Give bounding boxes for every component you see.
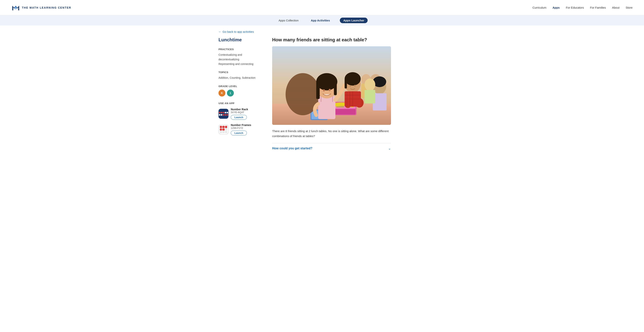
nr-dot [221, 114, 222, 116]
nr-dot [226, 112, 228, 113]
nr-row-1 [219, 112, 228, 113]
nr-dot [225, 114, 226, 116]
svg-rect-45 [364, 90, 375, 103]
svg-rect-11 [334, 109, 356, 114]
activity-title: Lunchtime [218, 37, 261, 42]
app-code-number-frames: 1Z89-F27Z [231, 127, 251, 129]
app-name-number-frames: Number Frames [231, 123, 251, 127]
main-layout: Lunchtime PRACTICES Contextualizing and … [218, 37, 426, 165]
nav-curriculum[interactable]: Curriculum [532, 6, 546, 9]
back-arrow: ← [218, 30, 222, 33]
content-area: ← Go back to app activities Lunchtime PR… [207, 30, 437, 165]
main-nav: Curriculum Apps For Educators For Famili… [532, 6, 632, 9]
nf-cell-empty [225, 131, 227, 133]
header: The MATH LEARNING CENTER Curriculum Apps… [0, 0, 644, 15]
activity-image [272, 46, 391, 125]
nf-cell-empty [220, 131, 222, 133]
number-frames-icon [218, 124, 228, 134]
sub-nav-apps-launcher[interactable]: Apps Launcher [340, 18, 368, 23]
nr-dot [219, 114, 220, 116]
svg-rect-26 [334, 82, 337, 95]
launch-btn-number-frames[interactable]: Launch [231, 131, 247, 135]
question-title: How many friends are sitting at each tab… [272, 37, 426, 42]
sub-nav-apps-collection[interactable]: Apps Collection [276, 18, 301, 23]
description-text: There are 8 friends sitting at 2 lunch t… [272, 129, 391, 138]
back-link-label: Go back to app activities [222, 30, 254, 33]
sub-nav: Apps Collection App Activities Apps Laun… [0, 15, 644, 25]
nf-cell [220, 126, 222, 128]
nav-for-families[interactable]: For Families [590, 6, 606, 9]
svg-point-44 [364, 78, 375, 91]
nav-for-educators[interactable]: For Educators [566, 6, 584, 9]
sub-nav-app-activities[interactable]: App Activities [308, 18, 332, 23]
svg-point-27 [317, 80, 329, 87]
app-code-number-rack: 3VYE-6QAT [231, 111, 248, 114]
topics-label: TOPICS [218, 71, 261, 74]
nav-apps[interactable]: Apps [552, 6, 560, 9]
nf-cell [222, 126, 224, 128]
nr-dot [225, 112, 226, 113]
accordion-label: How could you get started? [272, 147, 312, 150]
nf-cell [222, 128, 224, 131]
nr-dot [226, 114, 228, 116]
svg-point-40 [354, 85, 356, 87]
grade-badge-1: 1 [227, 90, 234, 96]
sidebar: Lunchtime PRACTICES Contextualizing and … [218, 37, 261, 154]
nf-cell-empty [225, 128, 227, 131]
app-info-number-frames: Number Frames 1Z89-F27Z Launch [231, 123, 251, 135]
app-info-number-rack: Number Rack 3VYE-6QAT Launch [231, 108, 248, 120]
logo-text: The MATH LEARNING CENTER [22, 6, 71, 9]
svg-point-31 [344, 72, 361, 86]
nr-dot [223, 114, 224, 116]
svg-point-28 [323, 89, 325, 91]
main-panel: How many friends are sitting at each tab… [272, 37, 426, 154]
logo[interactable]: The MATH LEARNING CENTER [12, 3, 71, 12]
nf-cell [220, 128, 222, 131]
nr-dot [223, 112, 224, 113]
use-app-label: USE AN APP [218, 102, 261, 105]
grade-badges: K 1 [218, 90, 261, 96]
grade-label: GRADE LEVEL [218, 85, 261, 88]
grade-badge-k: K [218, 90, 226, 96]
launch-btn-number-rack[interactable]: Launch [231, 115, 247, 120]
svg-rect-32 [344, 79, 347, 88]
activity-image-svg [272, 46, 391, 125]
practices-content: Contextualizing and decontextualizingRep… [218, 53, 261, 66]
nr-dot [219, 112, 220, 113]
back-link[interactable]: ← Go back to app activities [218, 30, 426, 33]
nav-about[interactable]: About [612, 6, 620, 9]
nav-store[interactable]: Store [626, 6, 632, 9]
topics-content: Addition, Counting, Subtraction [218, 76, 261, 80]
nf-cell [225, 126, 227, 128]
logo-icon [12, 3, 20, 12]
accordion-how-to-start[interactable]: How could you get started? ⌄ [272, 143, 391, 154]
number-rack-icon [218, 109, 228, 119]
svg-point-39 [350, 85, 351, 87]
nr-row-2 [219, 114, 228, 116]
practices-label: PRACTICES [218, 48, 261, 51]
chevron-down-icon: ⌄ [388, 146, 391, 150]
nf-cell-empty [222, 131, 224, 133]
nr-dot [221, 112, 222, 113]
app-name-number-rack: Number Rack [231, 108, 248, 111]
svg-point-29 [329, 89, 330, 91]
app-item-number-rack: Number Rack 3VYE-6QAT Launch [218, 108, 261, 120]
app-item-number-frames: Number Frames 1Z89-F27Z Launch [218, 123, 261, 135]
